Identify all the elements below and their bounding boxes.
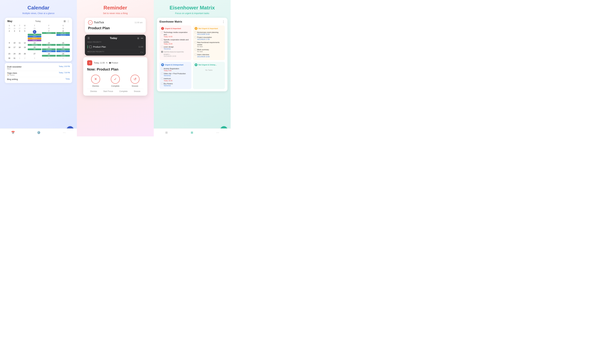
calendar-day[interactable]: 13Marketing	[28, 42, 42, 46]
today-button[interactable]: Today	[35, 20, 41, 22]
matrix-menu-icon[interactable]: ⋮	[222, 20, 225, 24]
today-more-icon[interactable]: •••	[141, 37, 143, 39]
event-pill: T-shirt	[56, 49, 70, 50]
task-checkbox[interactable]	[195, 49, 196, 51]
calendar-icons: ⊞ ⋮	[64, 20, 70, 23]
calendar-day[interactable]: 29Grocery	[56, 52, 70, 57]
calendar-day[interactable]: 17	[12, 46, 17, 52]
task-checkbox[interactable]	[161, 83, 163, 85]
nav-nav-more[interactable]: ⋯	[216, 131, 219, 134]
calendar-day[interactable]: 27	[17, 27, 22, 30]
matrix-task: Call the boss to report the progre... 20…	[161, 51, 190, 57]
task-checkbox[interactable]	[161, 68, 163, 70]
task-content: New functional requirements review No da…	[197, 41, 223, 48]
calendar-day[interactable]: 25	[17, 52, 22, 57]
snooze-action[interactable]: ↺ Snooze	[130, 75, 140, 87]
nav-calendar[interactable]: 📅	[11, 131, 15, 134]
task-date: Today, 7:30 PM	[59, 72, 70, 74]
bottom-snooze[interactable]: Snooze	[134, 90, 140, 92]
calendar-day[interactable]: 24	[12, 52, 17, 57]
task-checkbox[interactable]	[195, 41, 196, 43]
task-name: cover design	[164, 46, 174, 48]
nav-home[interactable]: ⊞	[165, 131, 168, 134]
calendar-day[interactable]: 16	[7, 46, 12, 52]
calendar-day[interactable]: 4	[17, 30, 22, 42]
dismiss-circle: ✕	[91, 75, 100, 84]
calendar-day[interactable]: 30	[42, 27, 56, 30]
calendar-day[interactable]: 23	[7, 52, 12, 57]
calendar-day[interactable]: 10	[12, 42, 17, 46]
calendar-day[interactable]: 28	[22, 27, 28, 30]
task-checkbox[interactable]	[161, 46, 163, 48]
task-checkbox[interactable]	[161, 73, 163, 75]
matrix-task: Activity Registration Today 9:00	[161, 67, 190, 71]
eisenhower-bottom-nav: ⊞ ⊠ ⋯	[154, 129, 231, 136]
calendar-day[interactable]: 14Monthly I	[42, 42, 56, 46]
calendar-day[interactable]: 21FeedbackMusician	[42, 46, 56, 52]
calendar-day[interactable]: 28clas	[42, 52, 56, 57]
calendar-day[interactable]: 18	[17, 46, 22, 52]
calendar-day[interactable]: 3	[28, 57, 42, 60]
calendar-day[interactable]: 11	[17, 42, 22, 46]
task-checkbox[interactable]	[195, 36, 196, 38]
calendar-day[interactable]: 3	[12, 30, 17, 42]
task-checkbox[interactable]	[89, 46, 92, 48]
nav-matrix[interactable]: ⊠	[191, 131, 193, 134]
calendar-day[interactable]: 27	[28, 52, 42, 57]
calendar-day[interactable]: 15Monthly I	[56, 42, 70, 46]
calendar-day[interactable]: 6newCall SOnline clLittle pa	[28, 30, 42, 42]
calendar-month: May	[7, 20, 12, 23]
calendar-day[interactable]: 9	[7, 42, 12, 46]
grid-icon[interactable]: ⊞	[64, 20, 66, 23]
task-date: Today 15:00	[164, 43, 190, 45]
calendar-day[interactable]: 26	[12, 27, 17, 30]
calendar-day[interactable]: 20clas	[28, 46, 42, 52]
bottom-focus[interactable]: Start Focus	[103, 90, 113, 92]
calendar-day[interactable]: 30	[7, 57, 12, 60]
more-icon[interactable]: ⋮	[67, 20, 70, 23]
chevron-icon: ∨	[142, 51, 143, 53]
calendar-day[interactable]: 19	[22, 46, 28, 52]
calendar-day[interactable]: 5	[56, 57, 70, 60]
calendar-day[interactable]: 2	[7, 30, 12, 42]
calendar-day[interactable]: 12	[22, 42, 28, 46]
calendar-day[interactable]: 7Product r	[42, 30, 56, 42]
calendar-day[interactable]: 8Yoga clasSponsors	[56, 30, 70, 42]
matrix-task: Specific cooperation details and contra.…	[161, 39, 190, 45]
nav-more[interactable]: ⋯	[63, 131, 66, 134]
calendar-day[interactable]: 4	[42, 57, 56, 60]
calendar-day[interactable]: 22T-shirtBook tick	[56, 46, 70, 52]
complete-action[interactable]: ✓ Complete	[111, 75, 120, 87]
task-checkbox[interactable]	[161, 51, 163, 53]
task-checkbox[interactable]	[195, 53, 196, 55]
calendar-day[interactable]: 1	[17, 57, 22, 60]
task-checkbox[interactable]	[161, 39, 163, 41]
calendar-day[interactable]: 29	[28, 27, 42, 30]
task-content: cover design Tomorrow	[164, 46, 174, 50]
calendar-day[interactable]: 5	[22, 30, 28, 42]
calendar-card: May Today ⊞ ⋮ S M T W T F S 252627282930…	[5, 18, 72, 61]
today-header-icons: ⊞ •••	[137, 37, 143, 39]
matrix-task: New functional requirements review No da…	[195, 41, 223, 48]
columns-icon[interactable]: ⊞	[137, 37, 139, 39]
task-checkbox[interactable]	[161, 78, 163, 79]
day-m: M	[12, 24, 17, 27]
day-s2: S	[56, 24, 70, 27]
task-checkbox[interactable]	[195, 31, 196, 33]
calendar-day[interactable]: 1	[56, 27, 70, 30]
nav-settings[interactable]: ⚙️	[37, 131, 41, 134]
task-content: Project resumption 2021/09/20 17:00	[197, 36, 212, 40]
task-date: Today 9:00	[164, 70, 179, 71]
event-pill: Feedback	[42, 49, 56, 50]
task-content: Call the boss to report the progre... 20…	[164, 51, 190, 57]
notification-header: ≡ Today, 11:00 ↻ Product	[87, 60, 143, 65]
calendar-day[interactable]: 2	[22, 57, 28, 60]
calendar-day[interactable]: 26	[22, 52, 28, 57]
task-checkbox[interactable]	[161, 31, 163, 33]
calendar-day[interactable]: 25	[7, 27, 12, 30]
bottom-complete[interactable]: Complete	[119, 90, 127, 92]
hamburger-icon[interactable]: ☰	[87, 37, 90, 40]
bottom-dismiss[interactable]: Dismiss	[90, 90, 97, 92]
dismiss-action[interactable]: ✕ Dismiss	[91, 75, 100, 87]
calendar-day[interactable]: 31	[12, 57, 17, 60]
